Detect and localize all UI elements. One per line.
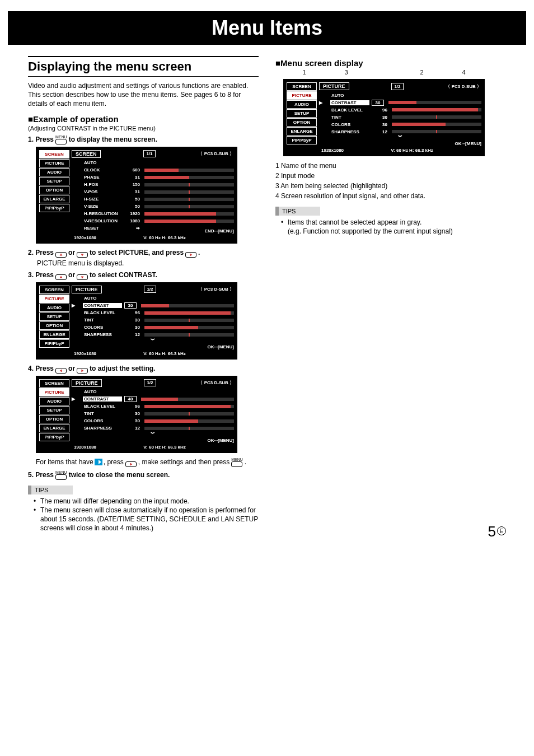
callout-2: 2 bbox=[420, 69, 423, 76]
intro-text: Video and audio adjustment and settings … bbox=[28, 81, 259, 109]
step-1-a: 1. Press bbox=[28, 136, 54, 143]
step-3-a: 3. Press bbox=[28, 271, 54, 279]
after-b: , press bbox=[104, 458, 124, 466]
tips-list-left: The menu will differ depending on the in… bbox=[28, 497, 259, 533]
down-button-icon bbox=[77, 248, 88, 258]
svg-marker-4 bbox=[81, 276, 84, 278]
menu-button-icon: MENU bbox=[231, 458, 243, 467]
svg-marker-6 bbox=[81, 369, 83, 372]
step-2-sub: PICTURE menu is displayed. bbox=[28, 259, 259, 267]
legend-3: 3 An item being selected (highlighted) bbox=[275, 181, 506, 191]
svg-marker-2 bbox=[190, 253, 192, 256]
osd-screenshot-4: SCREENPICTUREAUDIOSETUPOPTIONENLARGEPIP/… bbox=[283, 79, 485, 156]
chapter-title: Menu Items bbox=[212, 16, 322, 40]
legend-4: 4 Screen resolution of input signal, and… bbox=[275, 191, 506, 201]
step-3: 3. Press or to select CONTRAST. bbox=[28, 270, 259, 280]
callout-numbers: 1 3 2 4 bbox=[283, 69, 485, 76]
tips-right-0: Items that cannot be selected appear in … bbox=[283, 218, 506, 236]
section-title: Displaying the menu screen bbox=[28, 56, 259, 77]
step-2: 2. Press or to select PICTURE, and press… bbox=[28, 248, 259, 258]
down-button-icon bbox=[77, 270, 88, 280]
step-3-b: or bbox=[68, 271, 75, 279]
tips-heading: TIPS bbox=[275, 207, 320, 216]
chapter-banner: Menu Items bbox=[8, 11, 526, 45]
example-heading: ■Example of operation bbox=[28, 114, 259, 124]
svg-marker-7 bbox=[130, 463, 132, 465]
osd-screenshot-2: SCREENPICTUREAUDIOSETUPOPTIONENLARGEPIP/… bbox=[36, 282, 237, 360]
tips-left-1: The menu screen will close automatically… bbox=[36, 506, 259, 533]
step-2-c: to select PICTURE, and press bbox=[90, 249, 184, 256]
tips-heading: TIPS bbox=[28, 486, 73, 494]
svg-marker-3 bbox=[60, 276, 63, 278]
svg-marker-5 bbox=[60, 369, 62, 372]
right-button-icon bbox=[125, 458, 137, 467]
step-5: 5. Press MENU twice to close the menu sc… bbox=[28, 470, 259, 480]
callout-4: 4 bbox=[462, 69, 465, 76]
osd-screenshot-3: SCREENPICTUREAUDIOSETUPOPTIONENLARGEPIP/… bbox=[36, 376, 237, 453]
step-5-a: 5. Press bbox=[28, 471, 54, 479]
step-1-b: to display the menu screen. bbox=[69, 136, 157, 143]
after-d: . bbox=[245, 458, 246, 466]
step-4-a: 4. Press bbox=[28, 365, 54, 372]
callout-3: 3 bbox=[344, 69, 348, 76]
svg-marker-0 bbox=[60, 253, 63, 255]
after-a: For items that have bbox=[36, 458, 93, 466]
right-button-icon bbox=[185, 248, 196, 258]
step-2-a: 2. Press bbox=[28, 249, 54, 256]
page-lang: E bbox=[497, 526, 506, 535]
example-sub: (Adjusting CONTRAST in the PICTURE menu) bbox=[28, 125, 259, 132]
step-3-c: to select CONTRAST. bbox=[90, 271, 157, 279]
up-button-icon bbox=[55, 248, 67, 258]
left-button-icon bbox=[55, 364, 67, 374]
legend: 1 Name of the menu 2 Input mode 3 An ite… bbox=[275, 161, 506, 201]
menu-button-icon: MENU bbox=[55, 470, 67, 480]
step-5-b: twice to close the menu screen. bbox=[69, 471, 170, 479]
legend-1: 1 Name of the menu bbox=[275, 161, 506, 171]
step-2-b: or bbox=[68, 249, 75, 256]
osd-screenshot-1: SCREENPICTUREAUDIOSETUPOPTIONENLARGEPIP/… bbox=[36, 147, 237, 244]
step-4: 4. Press or to adjust the setting. bbox=[28, 364, 259, 374]
tips-list-right: Items that cannot be selected appear in … bbox=[275, 218, 506, 236]
menu-button-icon: MENU bbox=[55, 135, 67, 144]
step-2-d: . bbox=[198, 249, 200, 256]
page-number-value: 5 bbox=[488, 523, 496, 540]
step-4-c: to adjust the setting. bbox=[90, 365, 155, 372]
legend-2: 2 Input mode bbox=[275, 171, 506, 181]
up-button-icon bbox=[55, 270, 67, 280]
tips-left-0: The menu will differ depending on the in… bbox=[36, 497, 259, 506]
step-1: 1. Press MENU to display the menu screen… bbox=[28, 135, 259, 144]
step-4-b: or bbox=[68, 365, 75, 372]
right-heading: ■Menu screen display bbox=[275, 58, 506, 68]
after-c: , make settings and then press bbox=[138, 458, 229, 466]
svg-marker-1 bbox=[81, 254, 84, 256]
enter-arrow-icon bbox=[95, 459, 102, 465]
after-osd-note: For items that have , press , make setti… bbox=[36, 458, 259, 467]
page-number: 5E bbox=[488, 523, 506, 540]
callout-1: 1 bbox=[302, 69, 306, 76]
right-button-icon bbox=[77, 364, 88, 374]
